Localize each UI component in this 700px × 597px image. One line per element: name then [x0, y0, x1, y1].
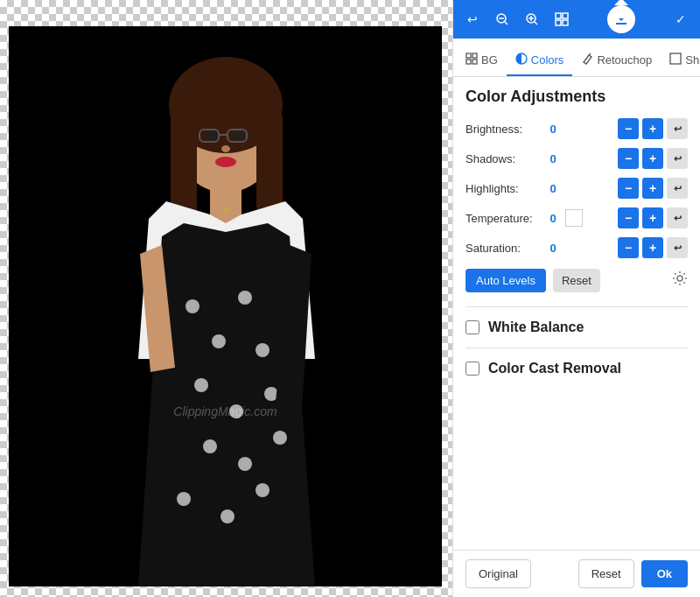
shadows-minus[interactable]: −	[618, 148, 639, 169]
saturation-plus[interactable]: +	[642, 237, 663, 258]
temperature-minus[interactable]: −	[618, 207, 639, 228]
shadows-value: 0	[544, 152, 562, 165]
shadows-label: Shadows:	[466, 152, 544, 165]
watermark: ClippingMagic.com	[173, 404, 276, 418]
svg-point-23	[220, 509, 234, 523]
highlights-reset[interactable]: ↩	[667, 178, 688, 199]
svg-line-42	[589, 53, 591, 55]
toolbar: ↩ ✓	[453, 0, 700, 39]
svg-point-16	[194, 378, 208, 392]
svg-line-28	[505, 22, 508, 25]
svg-rect-38	[472, 53, 477, 58]
svg-point-20	[238, 457, 252, 471]
svg-point-44	[677, 276, 682, 281]
confirm-button[interactable]: ✓	[668, 7, 693, 32]
person-svg	[9, 26, 442, 586]
tab-bg[interactable]: BG	[457, 46, 507, 76]
svg-rect-40	[472, 60, 477, 64]
highlights-value: 0	[544, 182, 562, 195]
shadows-row: Shadows: 0 − + ↩	[466, 148, 688, 169]
color-cast-section: Color Cast Removal	[466, 361, 688, 376]
brightness-plus[interactable]: +	[642, 118, 663, 139]
auto-levels-button[interactable]: Auto Levels	[466, 269, 546, 292]
retouching-icon	[581, 53, 593, 67]
svg-point-9	[221, 145, 230, 152]
temperature-label: Temperature:	[466, 212, 544, 225]
ok-button[interactable]: Ok	[641, 560, 688, 587]
highlights-label: Highlights:	[466, 182, 544, 195]
shadows-controls: − + ↩	[618, 148, 688, 169]
svg-point-22	[177, 492, 191, 506]
shadows-plus[interactable]: +	[642, 148, 663, 169]
grid-button[interactable]	[550, 7, 574, 32]
brightness-row: Brightness: 0 − + ↩	[466, 118, 688, 139]
white-balance-section: White Balance	[466, 320, 688, 335]
saturation-value: 0	[544, 242, 562, 255]
svg-rect-34	[563, 13, 568, 18]
svg-point-4	[204, 130, 220, 141]
tab-retouching-label: Retouchop	[597, 53, 652, 67]
undo-button[interactable]: ↩	[460, 7, 485, 32]
colors-icon	[515, 53, 528, 67]
divider-1	[466, 306, 688, 307]
svg-line-32	[535, 22, 537, 25]
divider-2	[466, 348, 688, 348]
panel-content: Color Adjustments Brightness: 0 − + ↩ Sh…	[453, 77, 700, 550]
shadows-reset[interactable]: ↩	[667, 148, 688, 169]
saturation-reset[interactable]: ↩	[667, 237, 688, 258]
right-panel: ↩ ✓ BG	[452, 0, 700, 597]
svg-rect-43	[670, 53, 681, 64]
svg-point-24	[256, 483, 270, 497]
tab-bar: BG Colors Retouchop Shadows	[453, 39, 700, 77]
highlights-row: Highlights: 0 − + ↩	[466, 178, 688, 199]
download-button[interactable]	[607, 5, 635, 33]
bg-icon	[466, 53, 478, 67]
brightness-controls: − + ↩	[618, 118, 688, 139]
canvas-area: ClippingMagic.com	[0, 0, 452, 597]
tab-retouching[interactable]: Retouchop	[572, 46, 661, 76]
reset-bottom-button[interactable]: Reset	[578, 559, 634, 588]
svg-rect-3	[256, 105, 283, 219]
svg-point-5	[232, 130, 248, 141]
color-adjustments-title: Color Adjustments	[466, 88, 688, 106]
white-balance-label[interactable]: White Balance	[488, 320, 584, 335]
svg-rect-36	[563, 20, 568, 25]
svg-point-13	[212, 334, 226, 348]
brightness-minus[interactable]: −	[618, 118, 639, 139]
svg-point-25	[222, 207, 229, 214]
temperature-plus[interactable]: +	[642, 207, 663, 228]
tab-shadows-label: Shadows	[685, 53, 700, 67]
tab-colors-label: Colors	[531, 53, 564, 67]
highlights-plus[interactable]: +	[642, 178, 663, 199]
reset-adj-button[interactable]: Reset	[553, 269, 600, 292]
svg-rect-33	[556, 13, 561, 18]
bottom-actions: Original Reset Ok	[453, 550, 700, 597]
temperature-row: Temperature: 0 − + ↩	[466, 207, 688, 228]
temperature-controls: − + ↩	[618, 207, 688, 228]
saturation-minus[interactable]: −	[618, 237, 639, 258]
svg-rect-35	[556, 20, 561, 25]
temperature-reset[interactable]: ↩	[667, 207, 688, 228]
image-canvas: ClippingMagic.com	[9, 26, 442, 586]
toolbar-right: ✓	[668, 7, 693, 32]
original-button[interactable]: Original	[466, 559, 531, 588]
zoom-out-button[interactable]	[490, 7, 514, 32]
zoom-in-button[interactable]	[520, 7, 544, 32]
tab-shadows[interactable]: Shadows	[661, 46, 700, 76]
svg-rect-39	[466, 60, 471, 64]
action-row: Auto Levels Reset	[466, 269, 688, 292]
brightness-reset[interactable]: ↩	[667, 118, 688, 139]
tab-colors[interactable]: Colors	[507, 46, 573, 76]
color-cast-label[interactable]: Color Cast Removal	[488, 361, 621, 376]
temperature-swatch	[565, 209, 583, 227]
saturation-controls: − + ↩	[618, 237, 688, 258]
svg-rect-37	[466, 53, 471, 58]
svg-point-15	[256, 343, 270, 357]
brightness-value: 0	[544, 123, 562, 136]
highlights-minus[interactable]: −	[618, 178, 639, 199]
color-cast-checkbox[interactable]	[466, 362, 480, 376]
shadows-icon	[669, 53, 682, 67]
white-balance-checkbox[interactable]	[466, 320, 480, 334]
gear-button[interactable]	[672, 270, 688, 291]
tab-bg-label: BG	[481, 53, 498, 67]
